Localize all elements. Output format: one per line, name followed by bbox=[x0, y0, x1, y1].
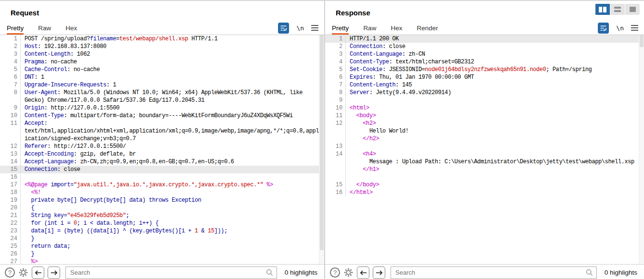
response-tab-bar: PrettyRawHexRender \n bbox=[325, 21, 644, 35]
editor-menu-icon[interactable] bbox=[311, 25, 318, 31]
code-row: ication/signed-exchange;v=b3;q=0.7 bbox=[0, 135, 319, 143]
code-row: 16 bbox=[0, 173, 319, 181]
search-help-icon[interactable]: ? bbox=[5, 267, 15, 278]
code-row bbox=[325, 173, 639, 181]
search-magnifier-icon[interactable] bbox=[585, 268, 593, 279]
tab-raw[interactable]: Raw bbox=[38, 21, 51, 35]
layout-switcher bbox=[595, 4, 640, 15]
rows-layout-button[interactable] bbox=[610, 4, 625, 15]
request-search-bar: ? 0 highlights bbox=[0, 264, 324, 279]
search-settings-gear-icon[interactable] bbox=[343, 267, 354, 278]
code-row: 9 bbox=[325, 97, 639, 104]
code-row: 26 } bbox=[0, 250, 319, 258]
request-tab-bar: PrettyRawHex \n bbox=[0, 21, 324, 35]
code-row: 13Accept-Encoding: gzip, deflate, br bbox=[0, 150, 319, 158]
code-row: 1HTTP/1.1 200 OK bbox=[325, 35, 639, 43]
code-row: 9Origin: http://127.0.0.1:5500 bbox=[0, 104, 319, 112]
code-row: 10Content-Type: multipart/form-data; bou… bbox=[0, 112, 319, 120]
request-title: Request bbox=[11, 9, 39, 17]
code-row: 23 data[i] = (byte) ((data[i]) ^ (key.ge… bbox=[0, 227, 319, 235]
response-title-row: Response bbox=[325, 1, 644, 21]
code-row: 1POST /spring/upload?filename=test/webap… bbox=[0, 35, 319, 43]
code-row: 3Content-Language: zh-CN bbox=[325, 50, 639, 58]
code-row: 7Upgrade-Insecure-Requests: 1 bbox=[0, 81, 319, 89]
code-row: Gecko) Chrome/117.0.0.0 Safari/537.36 Ed… bbox=[0, 97, 319, 104]
code-row: </h2> bbox=[325, 135, 639, 143]
search-help-icon[interactable]: ? bbox=[330, 267, 340, 278]
code-row: Hello World! bbox=[325, 127, 639, 135]
word-wrap-toggle-icon[interactable] bbox=[598, 23, 609, 34]
code-row: 3Content-Length: 1062 bbox=[0, 50, 319, 58]
response-editor[interactable]: 1HTTP/1.1 200 OK2Connection: close3Conte… bbox=[325, 35, 644, 264]
code-row: 19 private byte[] Decrypt(byte[] data) t… bbox=[0, 196, 319, 204]
tab-pretty[interactable]: Pretty bbox=[332, 21, 349, 35]
tab-render[interactable]: Render bbox=[417, 21, 438, 35]
code-row: text/html,application/xhtml+xml,applicat… bbox=[0, 127, 319, 135]
code-row: 14Accept-Language: zh-CN,zh;q=0.9,en;q=0… bbox=[0, 158, 319, 166]
response-scrollbar[interactable] bbox=[639, 35, 644, 264]
show-newlines-icon[interactable]: \n bbox=[296, 24, 304, 32]
search-next-button[interactable] bbox=[48, 267, 60, 279]
code-row: 21 String key="e45e329feb5d925b"; bbox=[0, 212, 319, 219]
search-prev-button[interactable] bbox=[357, 267, 369, 279]
code-row: 22 for (int i = 0; i < data.length; i++)… bbox=[0, 219, 319, 227]
word-wrap-toggle-icon[interactable] bbox=[278, 23, 289, 34]
single-layout-button[interactable] bbox=[625, 4, 640, 15]
show-newlines-icon[interactable]: \n bbox=[616, 24, 624, 32]
code-row: </h1> bbox=[325, 166, 639, 173]
response-panel: Response PrettyRawHexRender \n bbox=[325, 1, 644, 279]
code-row: 6DNT: 1 bbox=[0, 73, 319, 81]
code-row: 17<%@page import="java.util.*,java.io.*,… bbox=[0, 181, 319, 189]
search-prev-button[interactable] bbox=[32, 267, 44, 279]
code-row: 4Pragma: no-cache bbox=[0, 58, 319, 66]
code-row: 27 %> bbox=[0, 258, 319, 264]
tab-hex[interactable]: Hex bbox=[391, 21, 402, 35]
code-row: 10<html> bbox=[325, 104, 639, 112]
request-search-input[interactable] bbox=[65, 267, 277, 279]
tab-pretty[interactable]: Pretty bbox=[7, 21, 24, 35]
response-search-input[interactable] bbox=[391, 267, 597, 279]
code-row: 7Content-Length: 145 bbox=[325, 81, 639, 89]
code-row: 20 { bbox=[0, 204, 319, 212]
code-row: 15 </body> bbox=[325, 181, 639, 189]
code-row: 18 <%! bbox=[0, 189, 319, 196]
response-search-bar: ? 0 highlights bbox=[325, 264, 644, 279]
code-row: 25 return data; bbox=[0, 243, 319, 250]
code-row: 12 <h2> bbox=[325, 120, 639, 127]
tab-raw[interactable]: Raw bbox=[363, 21, 376, 35]
code-row: 24 } bbox=[0, 235, 319, 243]
columns-layout-button[interactable] bbox=[595, 4, 610, 15]
code-row: 5Set-Cookie: JSESSIONID=node01j64bdlsy2n… bbox=[325, 66, 639, 73]
request-title-row: Request bbox=[0, 1, 324, 21]
editor-menu-icon[interactable] bbox=[631, 25, 638, 31]
code-row: 11Accept: bbox=[0, 120, 319, 127]
code-row: 15Connection: close bbox=[0, 166, 319, 173]
request-highlight-count: 0 highlights bbox=[285, 269, 317, 276]
code-row: 16</html> bbox=[325, 189, 639, 196]
code-row: 14 <h4> bbox=[325, 150, 639, 158]
message-editor-split-view: Request PrettyRawHex \n 1POST /spring/up… bbox=[0, 0, 644, 279]
code-row: 8Server: Jetty(9.4.49.v20220914) bbox=[325, 89, 639, 97]
code-row: 11 <body> bbox=[325, 112, 639, 120]
code-row: 4Content-Type: text/html;charset=GB2312 bbox=[325, 58, 639, 66]
request-panel: Request PrettyRawHex \n 1POST /spring/up… bbox=[0, 1, 324, 279]
code-row: 13 bbox=[325, 143, 639, 150]
response-title: Response bbox=[336, 9, 370, 17]
code-row: 6Expires: Thu, 01 Jan 1970 00:00:00 GMT bbox=[325, 73, 639, 81]
search-settings-gear-icon[interactable] bbox=[18, 267, 28, 278]
response-highlight-count: 0 highlights bbox=[605, 269, 637, 276]
code-row: 5Cache-Control: no-cache bbox=[0, 66, 319, 73]
search-next-button[interactable] bbox=[373, 267, 385, 279]
search-magnifier-icon[interactable] bbox=[265, 268, 274, 279]
request-scrollbar[interactable] bbox=[319, 35, 324, 264]
code-row: 8User-Agent: Mozilla/5.0 (Windows NT 10.… bbox=[0, 89, 319, 97]
code-row: 2Connection: close bbox=[325, 43, 639, 50]
request-editor[interactable]: 1POST /spring/upload?filename=test/webap… bbox=[0, 35, 324, 264]
code-row: 12Referer: http://127.0.0.1:5500/ bbox=[0, 143, 319, 150]
code-row: 2Host: 192.168.83.137:8080 bbox=[0, 43, 319, 50]
tab-hex[interactable]: Hex bbox=[65, 21, 77, 35]
code-row: Message : Upload Path: C:\Users\Administ… bbox=[325, 158, 639, 166]
